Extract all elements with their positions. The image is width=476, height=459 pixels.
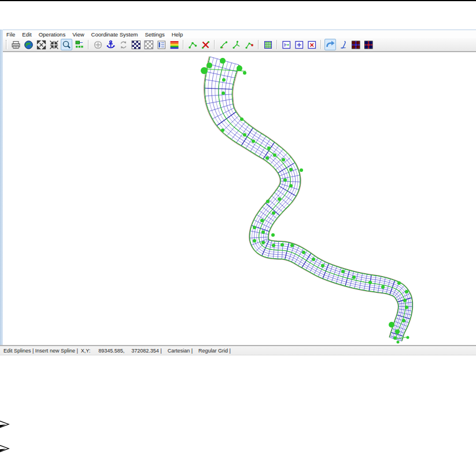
toolbar-grip[interactable] <box>6 40 8 49</box>
spline-split-button[interactable] <box>231 39 242 50</box>
grid-longitudinal-line <box>205 57 398 337</box>
menu-item-coordinate-system[interactable]: Coordinate System <box>88 31 142 38</box>
spline-point[interactable] <box>289 168 293 171</box>
spline-delete-button[interactable] <box>200 39 211 50</box>
spline-point[interactable] <box>240 117 243 121</box>
anchor-button[interactable] <box>105 39 116 50</box>
spline-point[interactable] <box>397 341 400 344</box>
spline-point[interactable] <box>267 146 271 150</box>
spline-point[interactable] <box>341 270 345 273</box>
spline-point[interactable] <box>222 78 226 82</box>
menu-item-edit[interactable]: Edit <box>19 31 35 38</box>
undo-icon <box>326 40 335 50</box>
spline-point[interactable] <box>261 241 265 244</box>
spline-point[interactable] <box>289 184 293 188</box>
zoom-box-button[interactable] <box>61 39 72 50</box>
spline-point[interactable] <box>261 230 265 234</box>
cell-delete-icon <box>307 40 317 50</box>
spline-new-icon <box>188 40 198 50</box>
spline-point[interactable] <box>243 133 246 137</box>
cell-insert-button[interactable] <box>281 39 292 50</box>
spline-point[interactable] <box>273 153 276 157</box>
spline-edit-button[interactable] <box>218 39 230 50</box>
spline-point[interactable] <box>221 128 224 132</box>
menu-item-settings[interactable]: Settings <box>141 31 168 38</box>
spline-point[interactable] <box>290 244 294 247</box>
toolbar <box>3 38 476 52</box>
spline-point[interactable] <box>222 91 225 95</box>
river-grid[interactable] <box>3 52 476 345</box>
spline-point[interactable] <box>220 58 226 64</box>
spline-point[interactable] <box>368 281 372 284</box>
samples-dark-button[interactable] <box>130 39 142 50</box>
toolbar-separator <box>88 40 89 49</box>
spline-point[interactable] <box>300 168 303 172</box>
spline-point[interactable] <box>206 63 212 68</box>
spline-point[interactable] <box>407 336 409 339</box>
spline-point[interactable] <box>252 139 255 143</box>
spline-point[interactable] <box>312 258 315 261</box>
spline-point[interactable] <box>352 276 356 279</box>
spline-point[interactable] <box>302 251 305 254</box>
spline-point[interactable] <box>281 243 284 247</box>
spline-point[interactable] <box>389 322 394 328</box>
block-blue-button[interactable] <box>363 39 374 50</box>
refresh-button[interactable] <box>117 39 129 50</box>
spline-point[interactable] <box>272 244 275 247</box>
menu-item-operations[interactable]: Operations <box>35 31 69 38</box>
spline-point[interactable] <box>265 156 269 160</box>
spline-point[interactable] <box>381 285 385 289</box>
menu-item-view[interactable]: View <box>69 31 87 38</box>
spline-point[interactable] <box>201 67 208 74</box>
script-icon <box>338 40 348 50</box>
grid-editor-canvas[interactable] <box>3 52 476 345</box>
spline-point[interactable] <box>253 239 256 243</box>
status-segment: Edit Splines | Insert new Spline | X,Y: <box>3 348 90 354</box>
grid-longitudinal-line <box>212 59 402 339</box>
status-segment: 372082.354 | <box>131 348 161 354</box>
script-button[interactable] <box>337 39 349 50</box>
block-red-button[interactable] <box>350 39 361 50</box>
origin-button[interactable] <box>92 39 104 50</box>
spline-split-icon <box>232 40 242 50</box>
spline-point[interactable] <box>402 319 405 322</box>
spline-point[interactable] <box>321 264 324 267</box>
world-button[interactable] <box>23 39 34 50</box>
spline-point[interactable] <box>395 329 400 334</box>
legend-button[interactable] <box>73 39 85 50</box>
spline-point[interactable] <box>282 158 285 161</box>
spline-point[interactable] <box>403 299 407 302</box>
cell-insert-icon <box>282 40 291 50</box>
spline-point[interactable] <box>397 281 401 285</box>
zoom-shrink-button[interactable] <box>48 39 60 50</box>
colormap-button[interactable] <box>168 39 180 50</box>
spline-point[interactable] <box>260 219 264 222</box>
grid-longitudinal-line <box>226 63 409 340</box>
spline-point[interactable] <box>266 200 270 203</box>
undo-button[interactable] <box>324 39 336 50</box>
grid-longitudinal-line <box>208 58 400 338</box>
spline-point[interactable] <box>243 71 246 75</box>
menu-item-help[interactable]: Help <box>168 31 187 38</box>
spline-new-button[interactable] <box>187 39 198 50</box>
spline-point[interactable] <box>405 306 408 309</box>
samples-light-button[interactable] <box>143 39 154 50</box>
toolbar-separator <box>183 40 184 49</box>
index-button[interactable] <box>156 39 167 50</box>
print-button[interactable] <box>10 39 21 50</box>
cell-delete-button[interactable] <box>306 39 318 50</box>
cell-plus-button[interactable] <box>293 39 305 50</box>
menu-item-file[interactable]: File <box>3 31 19 38</box>
spline-point[interactable] <box>237 65 242 71</box>
guide-spline <box>219 61 405 339</box>
spline-point[interactable] <box>253 226 256 229</box>
zoom-extents-button[interactable] <box>35 39 47 50</box>
spline-point[interactable] <box>393 336 397 340</box>
spline-point-button[interactable] <box>243 39 255 50</box>
spline-point[interactable] <box>272 211 275 215</box>
spline-point[interactable] <box>405 290 408 293</box>
spline-point[interactable] <box>278 197 281 201</box>
spline-point[interactable] <box>283 178 287 182</box>
grid-create-button[interactable] <box>262 39 274 50</box>
spline-point[interactable] <box>271 233 275 237</box>
